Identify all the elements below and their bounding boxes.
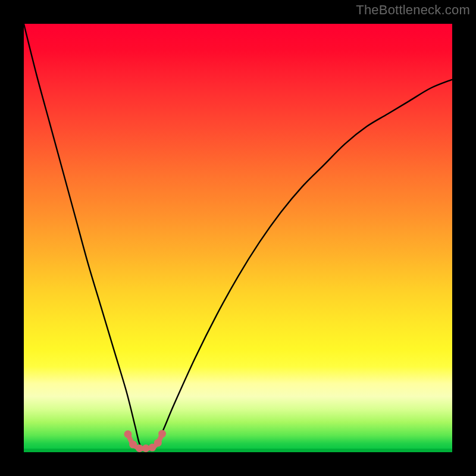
curve-layer (24, 24, 452, 452)
valley-dot (158, 430, 166, 438)
watermark-text: TheBottleneck.com (356, 2, 470, 18)
valley-dot (129, 441, 137, 449)
plot-area (24, 24, 452, 452)
valley-dot (124, 430, 131, 438)
valley-dot (154, 439, 162, 447)
chart-frame: TheBottleneck.com (0, 0, 476, 476)
bottleneck-curve (24, 24, 452, 449)
